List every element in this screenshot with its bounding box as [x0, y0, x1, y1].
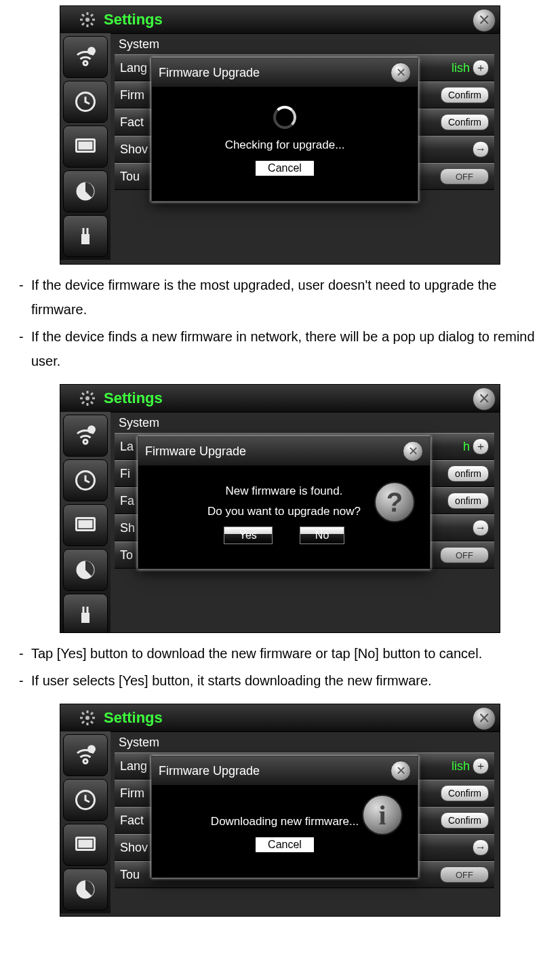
modal-close-icon[interactable]: ✕ [391, 62, 411, 83]
modal-message: Checking for upgrade... [165, 138, 404, 152]
firmware-upgrade-modal: Firmware Upgrade✕ i Downloading new firm… [151, 756, 418, 878]
sidebar-wifi[interactable] [63, 415, 108, 457]
svg-line-22 [82, 393, 84, 395]
gear-icon [79, 12, 96, 28]
screenshot-downloading: Settings ✕ System Langlish＋ FirmConfirm … [0, 704, 560, 917]
arrow-right-icon[interactable]: → [473, 839, 489, 856]
modal-body: i Downloading new firmware... Cancel [152, 785, 418, 865]
sidebar-clock[interactable] [63, 81, 108, 123]
svg-line-42 [91, 712, 93, 714]
sidebar [60, 33, 111, 260]
close-icon[interactable]: ✕ [473, 387, 496, 411]
sidebar-wifi[interactable] [63, 36, 108, 78]
settings-title: Settings [104, 709, 163, 727]
system-label: System [119, 416, 494, 430]
sidebar-display[interactable] [63, 504, 108, 546]
sidebar-display[interactable] [63, 126, 108, 168]
modal-title: Firmware Upgrade✕ [138, 437, 430, 465]
sidebar-power[interactable] [63, 594, 108, 633]
off-toggle[interactable]: OFF [440, 547, 489, 563]
modal-body: ? New firmware is found. Do you want to … [138, 465, 430, 556]
settings-title: Settings [104, 11, 163, 28]
close-icon[interactable]: ✕ [473, 707, 496, 730]
confirm-button[interactable]: Confirm [441, 114, 489, 130]
sidebar-display[interactable] [63, 824, 108, 866]
svg-line-24 [82, 402, 84, 404]
svg-point-9 [87, 47, 96, 55]
svg-rect-31 [81, 613, 89, 623]
firmware-upgrade-modal: Firmware Upgrade✕ ? New firmware is foun… [138, 436, 431, 569]
modal-close-icon[interactable]: ✕ [403, 441, 423, 461]
svg-line-39 [82, 712, 84, 714]
sidebar-power[interactable] [63, 215, 108, 257]
off-toggle[interactable]: OFF [440, 168, 489, 185]
sidebar [60, 731, 111, 913]
sidebar-clock[interactable] [63, 459, 108, 501]
plus-icon[interactable]: ＋ [473, 438, 489, 455]
svg-point-26 [87, 425, 96, 434]
svg-line-40 [91, 721, 93, 723]
confirm-button[interactable]: Confirm [441, 87, 489, 103]
titlebar: Settings ✕ [60, 6, 500, 34]
cancel-button[interactable]: Cancel [255, 837, 315, 853]
modal-close-icon[interactable]: ✕ [391, 761, 411, 781]
svg-line-5 [82, 14, 84, 16]
system-label: System [119, 736, 494, 750]
system-label: System [119, 37, 494, 52]
svg-line-25 [91, 393, 93, 395]
svg-rect-14 [81, 234, 89, 244]
firmware-upgrade-modal: Firmware Upgrade✕ Checking for upgrade..… [151, 58, 418, 202]
screenshot-checking: Settings ✕ System Langlish＋ FirmConfirm … [0, 5, 560, 265]
device-screen: Settings ✕ System Lah＋ Fionfirm Faonfirm… [60, 384, 500, 633]
svg-point-0 [85, 18, 89, 22]
off-toggle[interactable]: OFF [440, 866, 489, 883]
cancel-button[interactable]: Cancel [255, 160, 315, 176]
svg-line-7 [82, 23, 84, 25]
confirm-button[interactable]: Confirm [441, 812, 489, 828]
titlebar: Settings ✕ [60, 704, 500, 732]
arrow-right-icon[interactable]: → [473, 141, 489, 157]
confirm-button[interactable]: onfirm [447, 493, 489, 509]
plus-icon[interactable]: ＋ [473, 60, 489, 76]
sidebar-storage[interactable] [63, 869, 108, 911]
yes-button[interactable]: Yes [224, 527, 273, 544]
settings-title: Settings [104, 389, 163, 407]
no-button[interactable]: No [300, 527, 344, 544]
info-icon: i [362, 795, 403, 835]
svg-point-43 [87, 745, 96, 753]
arrow-right-icon[interactable]: → [473, 520, 489, 536]
confirm-button[interactable]: Confirm [441, 785, 489, 801]
sidebar-clock[interactable] [63, 779, 108, 821]
question-icon: ? [374, 482, 415, 522]
svg-line-41 [82, 721, 84, 723]
screenshot-found: Settings ✕ System Lah＋ Fionfirm Faonfirm… [0, 384, 560, 633]
spinner-icon [273, 106, 296, 129]
svg-line-6 [91, 23, 93, 25]
modal-title: Firmware Upgrade✕ [152, 757, 418, 785]
svg-line-23 [91, 402, 93, 404]
plus-icon[interactable]: ＋ [473, 758, 489, 774]
sidebar [60, 412, 111, 633]
doc-paragraph-1: -If the device firmware is the most upgr… [0, 270, 560, 379]
modal-title: Firmware Upgrade✕ [152, 58, 418, 87]
doc-paragraph-2: -Tap [Yes] button to download the new fi… [0, 638, 560, 698]
gear-icon [79, 390, 96, 406]
close-icon[interactable]: ✕ [473, 9, 496, 32]
svg-rect-46 [79, 840, 93, 848]
gear-icon [79, 710, 96, 726]
svg-rect-29 [79, 520, 93, 529]
svg-point-34 [85, 716, 89, 720]
sidebar-wifi[interactable] [63, 734, 108, 776]
svg-rect-12 [79, 142, 93, 150]
svg-line-8 [91, 14, 93, 16]
sidebar-storage[interactable] [63, 170, 108, 212]
titlebar: Settings ✕ [60, 385, 500, 413]
svg-point-17 [85, 396, 89, 400]
device-screen: Settings ✕ System Langlish＋ FirmConfirm … [60, 5, 500, 265]
confirm-button[interactable]: onfirm [447, 465, 489, 482]
modal-body: Checking for upgrade... Cancel [152, 87, 418, 189]
sidebar-storage[interactable] [63, 549, 108, 591]
device-screen: Settings ✕ System Langlish＋ FirmConfirm … [60, 704, 500, 917]
